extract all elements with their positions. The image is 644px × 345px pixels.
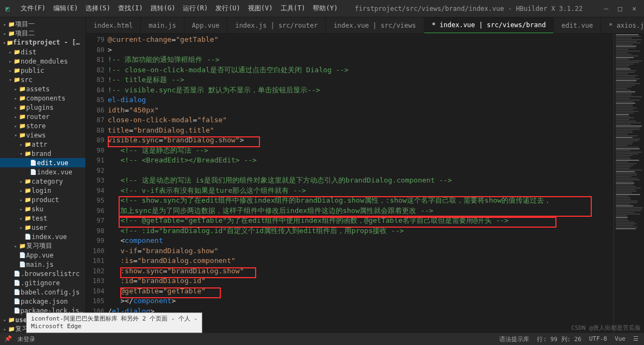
tree-item[interactable]: ▸📁node_modules <box>0 57 85 66</box>
tree-item[interactable]: ▾📁src <box>0 75 85 84</box>
chevron-icon[interactable]: ▸ <box>13 123 18 129</box>
tree-item[interactable]: ▸📁项目一 <box>0 20 85 29</box>
editor-tab[interactable]: App.vue <box>184 17 228 33</box>
tree-item[interactable]: 📄package.json <box>0 297 85 306</box>
tree-item[interactable]: ▸📁plugins <box>0 103 85 112</box>
chevron-icon[interactable]: ▸ <box>2 317 8 323</box>
tree-item[interactable]: ▸📁sku <box>0 204 85 214</box>
tree-item[interactable]: ▸📁components <box>0 93 85 103</box>
tree-item[interactable]: ▸📁attr <box>0 140 85 149</box>
menu-tool[interactable]: 工具(T) <box>277 2 309 15</box>
chevron-icon[interactable]: ▾ <box>2 40 7 46</box>
chevron-icon[interactable]: ▸ <box>18 142 24 147</box>
tree-item[interactable]: ▸📁user <box>0 223 85 232</box>
chevron-icon[interactable]: ▸ <box>8 49 13 55</box>
tree-label: public <box>21 67 44 74</box>
tree-item[interactable]: ▾📁brand <box>0 149 85 158</box>
chevron-icon[interactable]: ▸ <box>2 327 8 332</box>
menu-view[interactable]: 视图(V) <box>245 2 276 15</box>
language[interactable]: Vue <box>615 335 626 343</box>
chevron-icon[interactable]: ▸ <box>18 197 24 203</box>
chevron-icon[interactable]: ▸ <box>18 206 24 212</box>
tree-label: product <box>32 196 59 204</box>
login-status[interactable]: 未登录 <box>17 335 35 343</box>
menu-select[interactable]: 选择(S) <box>82 2 114 15</box>
pin-icon[interactable]: 📌 <box>4 335 12 343</box>
tree-item[interactable]: 📄.gitignore <box>0 278 85 287</box>
chevron-icon[interactable]: ▸ <box>2 31 8 36</box>
menu-bar: 文件(F) 编辑(E) 选择(S) 查找(I) 跳转(G) 运行(R) 发行(U… <box>15 2 341 15</box>
menu-edit[interactable]: 编辑(E) <box>50 2 82 15</box>
notify-icon[interactable]: ☰ <box>633 335 639 343</box>
editor-tab[interactable]: index.vue | src/views <box>326 17 424 33</box>
tree-item[interactable]: ▾📁views <box>0 130 85 140</box>
file-icon: 📄 <box>24 234 32 240</box>
menu-publish[interactable]: 发行(U) <box>212 2 244 15</box>
chevron-icon[interactable]: ▸ <box>18 225 24 230</box>
tree-item[interactable]: 📄index.vue <box>0 232 85 241</box>
code-editor[interactable]: @current-change="getTable">!-- 添加功能的通知弹框… <box>108 34 614 333</box>
tree-item[interactable]: ▸📁product <box>0 195 85 204</box>
tree-label: babel.config.js <box>21 288 79 296</box>
tree-label: main.js <box>26 261 54 268</box>
menu-help[interactable]: 帮助(Y) <box>309 2 341 15</box>
tree-item[interactable]: 📄App.vue <box>0 250 85 260</box>
tree-item[interactable]: ▸📁router <box>0 112 85 121</box>
editor-tab[interactable]: main.js <box>141 17 184 33</box>
chevron-icon[interactable]: ▸ <box>13 96 18 101</box>
syntax-lib[interactable]: 语法提示库 <box>499 335 529 343</box>
editor-tab[interactable]: edit.vue <box>554 17 601 33</box>
minimize-icon[interactable]: — <box>604 4 609 12</box>
folder-icon: 📁 <box>24 197 32 203</box>
chevron-icon[interactable]: ▾ <box>13 133 18 138</box>
tree-item[interactable]: ▸📁store <box>0 121 85 130</box>
tree-item[interactable]: 📄babel.config.js <box>0 287 85 297</box>
chevron-icon[interactable]: ▸ <box>18 188 24 193</box>
chevron-icon[interactable]: ▸ <box>13 105 18 110</box>
encoding[interactable]: UTF-8 <box>589 335 607 343</box>
maximize-icon[interactable]: □ <box>618 4 622 12</box>
tree-item[interactable]: ▸📁category <box>0 177 85 186</box>
tree-item[interactable]: 📄edit.vue <box>0 158 85 167</box>
folder-icon: 📁 <box>24 141 32 147</box>
editor-tab[interactable]: index.html <box>86 17 141 33</box>
chevron-icon[interactable]: ▸ <box>18 216 24 221</box>
tree-item[interactable]: ▾📁firstproject - [前端网页] <box>0 38 85 47</box>
file-icon: 📄 <box>13 280 21 286</box>
tree-label: index.vue <box>37 168 72 176</box>
minimap[interactable] <box>614 34 644 333</box>
editor-tab[interactable]: * axios.js <box>601 17 644 33</box>
tree-label: 项目二 <box>15 29 35 38</box>
menu-find[interactable]: 查找(I) <box>115 2 146 15</box>
chevron-icon[interactable]: ▸ <box>8 59 13 64</box>
tree-item[interactable]: ▸📁test <box>0 214 85 223</box>
tree-item[interactable]: 📄index.vue <box>0 167 85 177</box>
chevron-icon[interactable]: ▾ <box>18 151 24 156</box>
chevron-icon[interactable]: ▸ <box>2 22 8 27</box>
window-title: firstproject/src/views/brand/index.vue -… <box>341 5 597 12</box>
tree-item[interactable]: ▸📁复习项目 <box>0 241 85 250</box>
tree-item[interactable]: ▸📁项目二 <box>0 29 85 38</box>
menu-run[interactable]: 运行(R) <box>179 2 211 15</box>
tree-item[interactable]: ▸📁login <box>0 186 85 195</box>
line-gutter: 7980818283848586878889909192939495969798… <box>86 34 108 333</box>
tree-item[interactable]: 📄main.js <box>0 260 85 269</box>
chevron-icon[interactable]: ▸ <box>13 243 18 249</box>
close-icon[interactable]: ✕ <box>632 4 636 12</box>
tree-item[interactable]: ▸📁assets <box>0 84 85 93</box>
menu-file[interactable]: 文件(F) <box>17 2 49 15</box>
chevron-icon[interactable]: ▸ <box>18 179 24 184</box>
editor-tab[interactable]: * index.vue | src/views/brand <box>424 17 554 33</box>
chevron-icon[interactable]: ▾ <box>8 77 13 83</box>
tree-item[interactable]: ▸📁dist <box>0 47 85 57</box>
tree-item[interactable]: ▸📁public <box>0 66 85 75</box>
chevron-icon[interactable]: ▸ <box>13 114 18 120</box>
folder-icon: 📁 <box>13 58 21 64</box>
tree-item[interactable]: 📄.browserslistrc <box>0 269 85 278</box>
menu-goto[interactable]: 跳转(G) <box>147 2 179 15</box>
chevron-icon[interactable]: ▸ <box>13 86 18 92</box>
status-bar: 📌 未登录 语法提示库 行: 99 列: 26 UTF-8 Vue ☰ <box>0 333 644 345</box>
chevron-icon[interactable]: ▸ <box>8 68 13 73</box>
editor-tab[interactable]: index.js | src/router <box>227 17 326 33</box>
tree-label: brand <box>32 150 51 158</box>
